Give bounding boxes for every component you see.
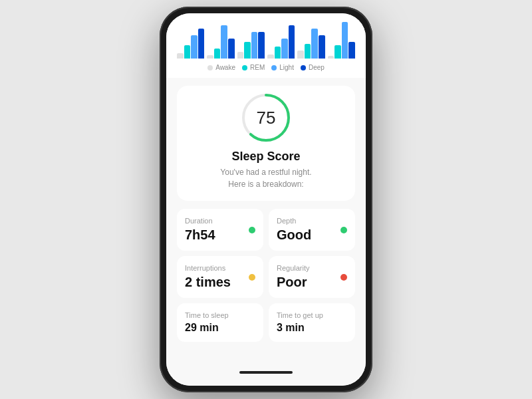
light-bar [281, 39, 288, 59]
bar-group [297, 29, 325, 59]
depth-card: Depth Good [269, 209, 355, 251]
deep-bar [258, 32, 265, 59]
awake-bar [267, 55, 274, 59]
time-to-sleep-label: Time to sleep [185, 311, 255, 319]
bar-group [207, 25, 234, 59]
deep-bar [228, 39, 235, 59]
rem-bar [184, 45, 191, 59]
depth-value: Good [277, 227, 347, 243]
interruptions-card: Interruptions 2 times [177, 256, 263, 298]
rem-bar [305, 44, 311, 59]
time-to-getup-label: Time to get up [277, 311, 347, 319]
deep-bar [198, 29, 205, 59]
duration-card: Duration 7h54 [177, 209, 263, 251]
home-indicator [239, 371, 293, 374]
duration-label: Duration [185, 217, 255, 225]
rem-bar [275, 47, 281, 59]
bar-group [237, 32, 265, 59]
bottom-metrics: Time to sleep 29 min Time to get up 3 mi… [177, 303, 355, 342]
deep-bar [289, 25, 295, 59]
legend-deep: Deep [301, 64, 325, 71]
depth-dot [340, 227, 347, 233]
awake-bar [328, 56, 334, 59]
legend-rem: REM [242, 64, 265, 71]
regularity-value: Poor [277, 275, 347, 290]
score-title: Sleep Score [231, 150, 300, 164]
awake-bar [237, 52, 244, 59]
regularity-card: Regularity Poor [269, 256, 355, 298]
awake-dot [207, 65, 213, 70]
duration-value: 7h54 [185, 227, 255, 243]
bar-group [328, 22, 355, 59]
light-bar [221, 25, 227, 59]
rem-label: REM [250, 64, 265, 71]
light-label: Light [279, 64, 294, 71]
legend-light: Light [271, 64, 294, 71]
light-bar [251, 32, 258, 59]
score-subtitle: You've had a restful night. Here is a br… [220, 166, 311, 190]
deep-dot [301, 65, 306, 70]
rem-bar [334, 45, 341, 59]
score-circle: 75 [239, 91, 293, 144]
interruptions-dot [249, 274, 255, 281]
depth-label: Depth [277, 217, 347, 225]
phone-screen: Awake REM Light Deep [166, 13, 366, 386]
awake-bar [297, 51, 304, 59]
deep-bar [319, 35, 325, 59]
light-bar [311, 29, 318, 59]
score-section: 75 Sleep Score You've had a restful nigh… [177, 86, 355, 201]
interruptions-label: Interruptions [185, 264, 255, 272]
rem-bar [214, 49, 221, 59]
rem-dot [242, 65, 247, 70]
regularity-dot [340, 274, 347, 281]
light-bar [191, 35, 198, 59]
metrics-grid: Duration 7h54 Depth Good Interruptions 2… [177, 209, 355, 298]
bar-group [177, 29, 204, 59]
duration-dot [249, 227, 255, 233]
deep-bar [348, 42, 355, 59]
bar-group [267, 25, 295, 59]
time-to-getup-value: 3 min [277, 322, 347, 334]
interruptions-value: 2 times [185, 275, 255, 290]
light-dot [271, 65, 277, 70]
time-to-sleep-card: Time to sleep 29 min [177, 303, 263, 342]
chart-legend: Awake REM Light Deep [177, 64, 355, 75]
rem-bar [244, 42, 251, 59]
bar-chart [177, 19, 355, 59]
score-number: 75 [257, 108, 276, 128]
deep-label: Deep [309, 64, 325, 71]
chart-area: Awake REM Light Deep [166, 13, 366, 78]
awake-bar [177, 53, 184, 59]
legend-awake: Awake [207, 64, 235, 71]
awake-bar [207, 55, 213, 59]
time-to-sleep-value: 29 min [185, 322, 255, 334]
awake-label: Awake [215, 64, 235, 71]
regularity-label: Regularity [277, 264, 347, 272]
main-content[interactable]: 75 Sleep Score You've had a restful nigh… [166, 78, 366, 386]
time-to-getup-card: Time to get up 3 min [269, 303, 355, 342]
phone-frame: Awake REM Light Deep [160, 7, 372, 392]
light-bar [342, 22, 348, 59]
